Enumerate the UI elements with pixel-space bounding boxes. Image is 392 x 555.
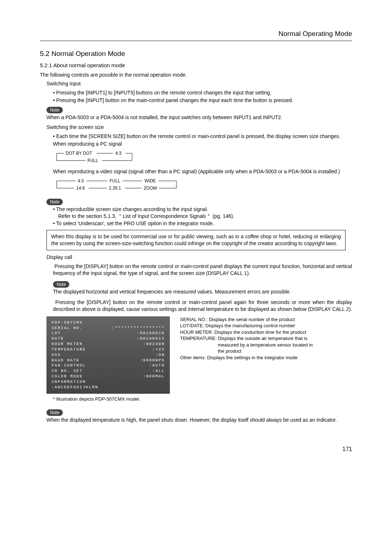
switching-size-list: Each time the [SCREEN SIZE] button on th…	[46, 133, 352, 140]
page-header-title: Normal Operating Mode	[40, 29, 352, 41]
pc-signal-caption: When reproducing a PC signal	[53, 141, 352, 147]
osd-row: SERIAL NO.:****************	[52, 325, 165, 331]
osd-row-value: :ALL	[152, 368, 165, 374]
osd-row: ID NO. SET:ALL	[52, 368, 165, 374]
osd-row-key: BAUD RATE	[52, 358, 79, 363]
copyright-warning-box: When this display is to be used for comm…	[46, 230, 346, 250]
video-signal-caption: When reproducing a video signal (signal …	[53, 168, 352, 175]
diagram-label: DOT BY DOT	[66, 151, 93, 156]
note-pill: Note	[46, 409, 63, 416]
video-signal-diagram: 4:3 FULL WIDE 14:9 2.35:1 ZOOM	[53, 177, 352, 194]
diagram-label: WIDE	[144, 178, 156, 183]
osd-row-key: HOUR METER	[52, 341, 83, 347]
osd-row: OSD:ON	[52, 352, 165, 358]
osd-row-value: :****************	[112, 325, 165, 331]
list-item: Each time the [SCREEN SIZE] button on th…	[53, 133, 352, 140]
diagram-label: 4:3	[78, 178, 84, 183]
osd-row-key: DATE	[52, 336, 64, 341]
section-heading-5-2: 5.2 Normal Operation Mode	[40, 49, 352, 58]
display-call-p2-text: Pressing the [DISPLAY] button on the rem…	[53, 299, 352, 312]
switching-input-list: Pressing the [INPUT1] to [INPUT5] button…	[46, 89, 352, 104]
osd-row: TEMPERATURE:+25	[52, 347, 165, 352]
list-item: Pressing the [INPUT1] to [INPUT5] button…	[53, 89, 352, 96]
switching-size-title: Switching the screen size	[46, 124, 352, 131]
illustration-footnote: * Illustration depicts PDP-507CMX model.	[53, 396, 352, 402]
osd-row-key: FAN CONTROL	[52, 363, 86, 368]
list-item: The reproducible screen size changes acc…	[53, 206, 352, 220]
osd-row-key: SERIAL NO.	[52, 325, 83, 331]
osd-row-value: :ON	[155, 352, 165, 358]
note-pill: Note	[46, 107, 63, 113]
note-pill: Note	[46, 199, 63, 205]
osd-row-value: :001A001X	[137, 336, 165, 341]
osd-row: COLOR MODE:NORMAL	[52, 374, 165, 379]
osd-info-value: :ABCDEFGHIJKLMN	[52, 385, 98, 390]
osd-desc-line: SERIAL NO.: Displays the serial number o…	[180, 316, 346, 323]
osd-row-value: :+25	[152, 347, 165, 352]
page-number: 171	[40, 445, 352, 453]
list-item: Pressing the [INPUT] button on the main-…	[53, 97, 352, 104]
display-call-p2: Pressing the [DISPLAY] button on the rem…	[53, 299, 352, 313]
osd-row-value: :001A001K	[137, 331, 165, 336]
display-call-p1: Pressing the [DISPLAY] button on the rem…	[53, 263, 352, 277]
note-text-4: When the displayed temperature is high, …	[46, 417, 352, 424]
osd-panel: PDP-507CMX SERIAL NO.:****************LO…	[46, 316, 170, 394]
osd-row-key: LOT	[52, 331, 61, 336]
note2-b1-ref: Refer to the section 5.1.3, ＂List of Inp…	[58, 213, 234, 219]
osd-desc-line: HOUR METER: Displays the conduction time…	[180, 329, 346, 336]
pc-signal-diagram: DOT BY DOT 4:3 FULL	[53, 150, 352, 166]
osd-row-value: :AUTO	[149, 363, 165, 368]
display-call-note: The displayed horizontal and vertical fr…	[53, 288, 352, 295]
note-pill: Note	[53, 281, 69, 288]
osd-desc-line: measured by a temperature sensor located…	[180, 342, 346, 348]
switching-input-title: Switching input	[46, 80, 352, 87]
osd-desc-line: TEMPERATURE: Displays the outside air te…	[180, 335, 346, 342]
note2-b1-text: The reproducible screen size changes acc…	[56, 206, 208, 212]
osd-row-key: TEMPERATURE	[52, 347, 86, 352]
osd-desc-line: LOT/DATE: Displays the manufacturing con…	[180, 323, 346, 329]
osd-row-key: OSD	[52, 352, 61, 358]
section-heading-5-2-1: 5.2.1 About normal operation mode	[40, 62, 352, 69]
osd-model: PDP-507CMX	[52, 320, 83, 325]
diagram-label: 14:9	[76, 186, 85, 191]
diagram-label: FULL	[110, 178, 121, 183]
osd-info-key: INFORMATION	[52, 379, 86, 385]
osd-desc-line: the product	[180, 348, 346, 355]
diagram-label: ZOOM	[144, 186, 157, 191]
diagram-label: 2.35:1	[109, 186, 121, 191]
display-call-p1-text: Pressing the [DISPLAY] button on the rem…	[53, 263, 352, 276]
osd-row: DATE:001A001X	[52, 336, 165, 341]
note2-list: The reproducible screen size changes acc…	[46, 206, 352, 227]
osd-row: LOT:001A001K	[52, 331, 165, 336]
note-text-1: When a PDA-5003 or a PDA-5004 is not ins…	[46, 114, 352, 121]
diagram-label: 4:3	[115, 151, 122, 156]
osd-row-key: COLOR MODE	[52, 374, 83, 379]
osd-row: BAUD RATE:9600BPS	[52, 358, 165, 363]
osd-row-value: :9600BPS	[140, 358, 165, 363]
osd-row-value: :NORMAL	[143, 374, 165, 379]
display-call-title: Display call	[46, 254, 352, 261]
osd-row-key: ID NO. SET	[52, 368, 83, 374]
osd-row: HOUR METER:00239H	[52, 341, 165, 347]
intro-paragraph: The following controls are possible in t…	[40, 72, 352, 78]
osd-descriptions: SERIAL NO.: Displays the serial number o…	[180, 316, 346, 361]
diagram-label: FULL	[87, 158, 98, 163]
list-item: To select 'Underscan', set the PRO USE o…	[53, 220, 352, 227]
osd-desc-line: Other items: Displays the settings in th…	[180, 355, 346, 361]
osd-row-value: :00239H	[143, 341, 165, 347]
osd-row: FAN CONTROL:AUTO	[52, 363, 165, 368]
